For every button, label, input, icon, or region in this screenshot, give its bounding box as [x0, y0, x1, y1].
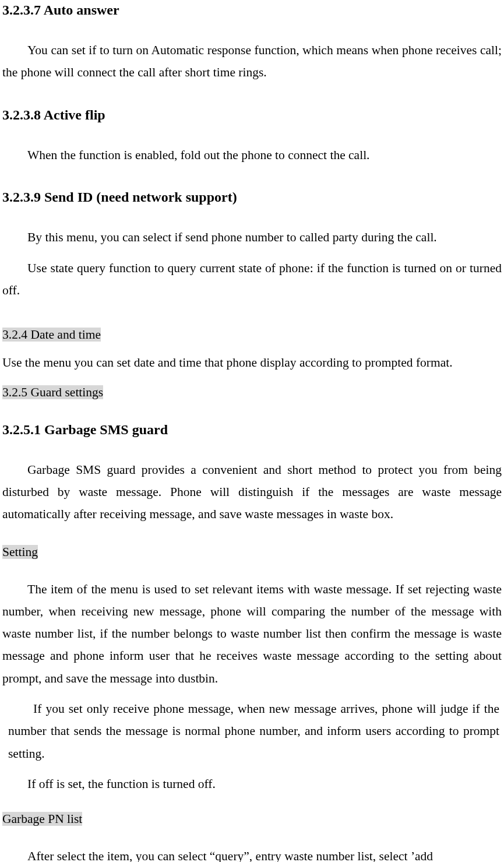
para-setting-1: The item of the menu is used to set rele… [2, 570, 502, 689]
heading-active-flip: 3.2.3.8 Active flip [2, 84, 502, 124]
para-send-id-2: Use state query function to query curren… [2, 249, 502, 302]
para-active-flip: When the function is enabled, fold out t… [2, 124, 502, 166]
para-garbage-intro: Garbage SMS guard provides a convenient … [2, 439, 502, 526]
para-date-time: Use the menu you can set date and time t… [2, 343, 502, 374]
heading-setting: Setting [2, 545, 38, 559]
heading-send-id: 3.2.3.9 Send ID (need network support) [2, 166, 502, 206]
para-auto-answer: You can set if to turn on Automatic resp… [2, 19, 502, 84]
heading-date-time: 3.2.4 Date and time [2, 328, 101, 342]
heading-garbage-pn: Garbage PN list [2, 812, 82, 826]
heading-guard-settings: 3.2.5 Guard settings [2, 385, 103, 399]
para-send-id-1: By this menu, you can select if send pho… [2, 206, 502, 248]
para-garbage-pn: After select the item, you can select “q… [2, 837, 502, 862]
heading-garbage-sms: 3.2.5.1 Garbage SMS guard [2, 401, 502, 439]
heading-auto-answer: 3.2.3.7 Auto answer [2, 0, 502, 19]
para-setting-3: If off is set, the function is turned of… [2, 765, 502, 795]
para-setting-2: If you set only receive phone message, w… [2, 689, 502, 765]
